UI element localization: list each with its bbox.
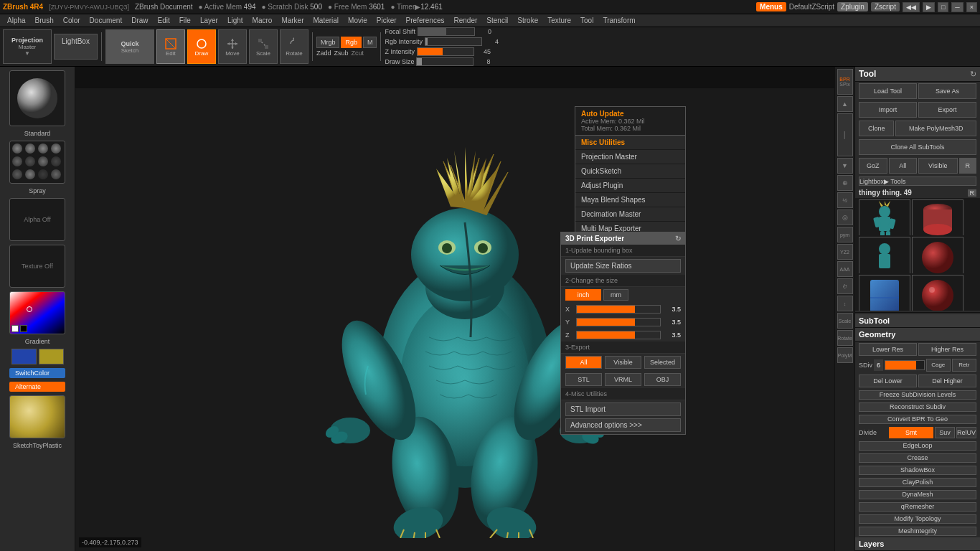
dropdown-projection-master[interactable]: Projection Master [575, 150, 685, 164]
menu-alpha[interactable]: Alpha [3, 16, 30, 25]
zoom-icon[interactable]: ⊕ [837, 175, 853, 191]
update-size-ratios-button[interactable]: Update Size Ratios [565, 259, 681, 273]
focal-shift-slider[interactable] [418, 27, 475, 36]
r-button[interactable]: R [959, 158, 977, 174]
texture-off[interactable]: Texture Off [9, 245, 65, 288]
top-icon-4[interactable]: ─ [951, 2, 963, 12]
lightbox-tools-button[interactable]: Lightbox▶ Tools [859, 176, 976, 186]
rotate-button[interactable]: Rotate [280, 29, 308, 64]
mrgb-button[interactable]: Mrgb [316, 37, 340, 48]
smt-button[interactable]: Smt [889, 427, 933, 438]
stl-import-button[interactable]: STL Import [565, 402, 681, 416]
import-button[interactable]: Import [859, 102, 917, 118]
dropdown-adjust-plugin[interactable]: Adjust Plugin [575, 179, 685, 193]
menu-file[interactable]: File [175, 16, 195, 25]
higher-res-button[interactable]: Higher Res [918, 343, 976, 356]
reluv-button[interactable]: RelUV [956, 427, 976, 438]
dropdown-quicksketch[interactable]: QuickSketch [575, 164, 685, 179]
sdiv-slider[interactable] [885, 360, 925, 370]
save-as-button[interactable]: Save As [918, 83, 976, 99]
lower-res-button[interactable]: Lower Res [859, 343, 917, 356]
misc-utilities-header[interactable]: Misc Utilities [575, 136, 685, 150]
edit-button[interactable]: Edit [156, 29, 185, 64]
suv-button[interactable]: Suv [935, 427, 955, 438]
menu-transform[interactable]: Transform [598, 16, 639, 25]
scroll-down-icon[interactable]: ▼ [837, 158, 853, 174]
half-icon[interactable]: ½ [837, 192, 853, 208]
menu-stroke[interactable]: Stroke [513, 16, 542, 25]
menu-color[interactable]: Color [59, 16, 85, 25]
menu-material[interactable]: Material [309, 16, 344, 25]
rgb-button[interactable]: Rgb [341, 37, 362, 48]
scale-button[interactable]: Scale [249, 29, 278, 64]
quick-sketch-button[interactable]: Quick Sketch [105, 29, 154, 64]
shadowbox-button[interactable]: ShadowBox [859, 466, 976, 475]
tool-item-zsphere[interactable]: ZSphere [912, 275, 963, 311]
menus-button[interactable]: Menus [756, 2, 786, 11]
visible-button[interactable]: Visible [918, 158, 958, 174]
draw-button[interactable]: Draw [187, 29, 216, 64]
m-button[interactable]: M [363, 37, 377, 48]
y-slider[interactable] [576, 318, 661, 326]
scroll-icon[interactable]: BPR SPix [837, 69, 853, 95]
pym-icon[interactable]: pym [837, 227, 853, 242]
time-icon[interactable]: ⏱ [837, 278, 853, 294]
obj-button[interactable]: OBJ [644, 373, 681, 386]
qremesher-button[interactable]: qRemesher [859, 502, 976, 512]
subtool-title[interactable]: SubTool [855, 314, 980, 328]
clone-button[interactable]: Clone [859, 121, 894, 136]
top-icon-3[interactable]: □ [938, 2, 948, 12]
meshintegrity-button[interactable]: MeshIntegrity [859, 527, 976, 536]
menu-light[interactable]: Light [223, 16, 248, 25]
menu-texture[interactable]: Texture [543, 16, 575, 25]
geometry-title[interactable]: Geometry [855, 328, 980, 342]
projection-master-button[interactable]: Projection Master ▼ [3, 29, 52, 64]
switch-color-button[interactable]: SwitchColor [9, 368, 65, 378]
zplugin-button[interactable]: Zplugin [837, 2, 868, 11]
all-button[interactable]: All [889, 158, 918, 174]
yz2-icon[interactable]: YZ2 [837, 244, 853, 260]
dropdown-decimation-master[interactable]: Decimation Master [575, 207, 685, 222]
alpha-off[interactable]: Alpha Off [9, 198, 65, 241]
top-icon-1[interactable]: ◀◀ [903, 2, 920, 12]
mm-button[interactable]: mm [603, 289, 628, 301]
tool-item-character2[interactable]: thingy_thing [859, 237, 910, 273]
inch-button[interactable]: inch [565, 289, 601, 301]
draw-size-slider[interactable] [416, 57, 473, 66]
menu-brush[interactable]: Brush [31, 16, 58, 25]
top-icon-2[interactable]: ▶ [923, 2, 935, 12]
material-preview[interactable] [9, 395, 65, 438]
tool-refresh-icon[interactable]: ↻ [970, 70, 976, 79]
goz-button[interactable]: GoZ [859, 158, 887, 174]
focal-icon[interactable]: ◎ [837, 209, 853, 225]
crease-button[interactable]: Crease [859, 453, 976, 463]
cage-button[interactable]: Cage [926, 359, 951, 372]
stl-button[interactable]: STL [565, 373, 602, 386]
spray-brush-preview[interactable] [9, 141, 65, 184]
menu-movie[interactable]: Movie [344, 16, 372, 25]
selected-export-button[interactable]: Selected [644, 356, 681, 369]
dynamesh-button[interactable]: DynaMesh [859, 490, 976, 499]
menu-tool[interactable]: Tool [576, 16, 598, 25]
load-tool-button[interactable]: Load Tool [859, 83, 917, 99]
tool-item-character1[interactable]: thingy_thing [859, 199, 910, 235]
edgeloop-button[interactable]: EdgeLoop [859, 441, 976, 451]
refresh-icon[interactable]: ↻ [675, 235, 681, 242]
polym-icon[interactable]: PolyM [837, 347, 853, 363]
canvas-area[interactable]: -0.409,-2.175,0.273 Auto Update Active M… [75, 67, 854, 551]
tool-item-simplebrush[interactable]: SimpleBrush [859, 275, 910, 311]
clone-all-subtools-button[interactable]: Clone All SubTools [859, 139, 976, 155]
x-slider[interactable] [576, 305, 661, 314]
menu-draw[interactable]: Draw [127, 16, 152, 25]
modify-topology-button[interactable]: Modify Topology [859, 514, 976, 524]
z-intensity-slider[interactable] [417, 47, 474, 56]
auto-update-header[interactable]: Auto Update Active Mem: 0.362 Mil Total … [575, 107, 685, 136]
lightbox-button[interactable]: LightBox [54, 34, 98, 60]
scroll-up-icon[interactable]: ▲ [837, 96, 853, 112]
menu-document[interactable]: Document [85, 16, 127, 25]
menu-render[interactable]: Render [450, 16, 482, 25]
make-polymesh-button[interactable]: Make PolyMesh3D [895, 121, 976, 136]
menu-picker[interactable]: Picker [372, 16, 401, 25]
visible-export-button[interactable]: Visible [605, 356, 641, 369]
retr-button[interactable]: Retr [952, 359, 976, 372]
